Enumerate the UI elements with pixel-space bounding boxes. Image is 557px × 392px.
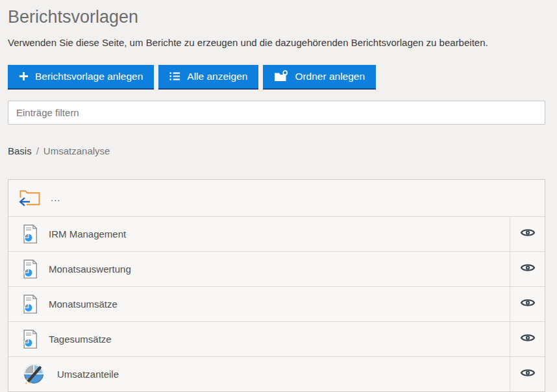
pie-chart-wizard-icon (22, 361, 47, 386)
eye-icon (520, 227, 536, 241)
template-link[interactable]: Tagesumsätze (8, 322, 510, 356)
template-link[interactable]: Monatsauswertung (8, 252, 510, 286)
preview-button[interactable] (510, 322, 545, 356)
parent-folder-row[interactable]: ... (8, 180, 545, 216)
eye-icon (520, 297, 536, 311)
preview-button[interactable] (510, 287, 545, 321)
bulleted-list-icon (169, 71, 180, 81)
template-label: Umsatzanteile (57, 369, 119, 380)
preview-button[interactable] (510, 252, 545, 286)
filter-input[interactable] (8, 101, 545, 125)
parent-folder-link[interactable]: ... (8, 180, 545, 216)
breadcrumb: Basis/Umsatzanalyse (8, 145, 545, 156)
table-row: Monatsauswertung (8, 251, 545, 286)
template-label: Tagesumsätze (49, 334, 112, 345)
show-all-button[interactable]: Alle anzeigen (158, 65, 258, 90)
eye-icon (520, 332, 536, 346)
create-report-template-button[interactable]: Berichtsvorlage anlegen (8, 65, 154, 90)
toolbar: Berichtsvorlage anlegen Alle anzeigen (8, 65, 545, 90)
preview-button[interactable] (510, 357, 545, 391)
table-row: IRM Management (8, 216, 545, 251)
template-label: Monatsumsätze (49, 299, 118, 310)
eye-icon (520, 262, 536, 276)
breadcrumb-current-folder: Umsatzanalyse (43, 145, 110, 156)
preview-button[interactable] (510, 217, 545, 251)
report-document-icon (22, 259, 38, 279)
report-templates-page: Berichtsvorlagen Verwenden Sie diese Sei… (0, 0, 557, 392)
table-row: Tagesumsätze (8, 321, 545, 356)
report-document-icon (22, 294, 38, 314)
template-link[interactable]: Umsatzanteile (8, 357, 510, 391)
page-title: Berichtsvorlagen (8, 6, 545, 29)
button-label: Alle anzeigen (187, 71, 247, 82)
report-template-table: ... IRM Management (8, 179, 545, 392)
template-label: Monatsauswertung (49, 263, 131, 275)
button-label: Ordner anlegen (295, 71, 365, 82)
template-link[interactable]: Monatsumsätze (8, 287, 510, 321)
template-label: IRM Management (49, 228, 126, 239)
button-label: Berichtsvorlage anlegen (35, 71, 143, 82)
report-document-icon (22, 224, 38, 244)
page-subtitle: Verwenden Sie diese Seite, um Berichte z… (8, 37, 545, 48)
new-folder-icon (274, 70, 288, 82)
plus-icon (19, 71, 29, 81)
template-link[interactable]: IRM Management (8, 217, 510, 251)
folder-up-icon (18, 188, 42, 207)
breadcrumb-root-link[interactable]: Basis (8, 145, 32, 156)
parent-folder-label: ... (51, 192, 61, 203)
eye-icon (520, 367, 536, 381)
create-folder-button[interactable]: Ordner anlegen (263, 65, 376, 90)
table-row: Monatsumsätze (8, 286, 545, 321)
report-document-icon (22, 329, 38, 349)
breadcrumb-separator: / (36, 145, 39, 156)
table-row: Umsatzanteile (8, 356, 545, 391)
